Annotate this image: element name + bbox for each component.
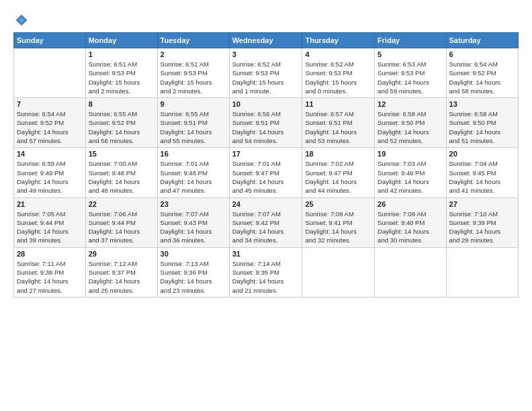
day-info: Sunrise: 6:54 AM Sunset: 9:52 PM Dayligh… — [17, 109, 83, 145]
day-cell: 21Sunrise: 7:05 AM Sunset: 9:44 PM Dayli… — [14, 197, 86, 247]
day-info: Sunrise: 7:01 AM Sunset: 9:47 PM Dayligh… — [232, 159, 300, 195]
day-number: 26 — [378, 200, 443, 208]
day-number: 19 — [378, 150, 443, 158]
weekday-header-friday: Friday — [375, 33, 446, 48]
page: SundayMondayTuesdayWednesdayThursdayFrid… — [0, 0, 532, 411]
day-info: Sunrise: 6:53 AM Sunset: 9:53 PM Dayligh… — [378, 60, 443, 95]
logo — [13, 12, 28, 27]
day-cell: 13Sunrise: 6:58 AM Sunset: 9:50 PM Dayli… — [446, 98, 518, 148]
day-number: 6 — [449, 50, 515, 58]
calendar: SundayMondayTuesdayWednesdayThursdayFrid… — [13, 32, 519, 298]
logo-icon — [15, 13, 28, 27]
day-number: 27 — [449, 200, 515, 208]
day-cell: 8Sunrise: 6:55 AM Sunset: 9:52 PM Daylig… — [85, 98, 157, 148]
day-info: Sunrise: 6:57 AM Sunset: 9:51 PM Dayligh… — [305, 109, 371, 145]
day-number: 16 — [161, 150, 226, 158]
day-number: 7 — [17, 100, 83, 108]
day-cell: 9Sunrise: 6:55 AM Sunset: 9:51 PM Daylig… — [157, 98, 229, 148]
day-number: 1 — [89, 50, 154, 58]
day-cell: 31Sunrise: 7:14 AM Sunset: 9:35 PM Dayli… — [229, 247, 302, 297]
day-cell: 11Sunrise: 6:57 AM Sunset: 9:51 PM Dayli… — [302, 98, 375, 148]
weekday-header-row: SundayMondayTuesdayWednesdayThursdayFrid… — [14, 33, 519, 48]
day-cell — [14, 48, 86, 98]
day-cell: 26Sunrise: 7:09 AM Sunset: 9:40 PM Dayli… — [375, 197, 446, 247]
day-cell: 17Sunrise: 7:01 AM Sunset: 9:47 PM Dayli… — [229, 148, 302, 197]
day-info: Sunrise: 6:51 AM Sunset: 9:53 PM Dayligh… — [161, 60, 226, 95]
day-info: Sunrise: 7:02 AM Sunset: 9:47 PM Dayligh… — [305, 159, 371, 195]
day-cell — [375, 247, 446, 297]
day-info: Sunrise: 6:55 AM Sunset: 9:51 PM Dayligh… — [161, 109, 226, 145]
day-number: 29 — [89, 250, 154, 258]
day-number: 30 — [161, 250, 226, 258]
day-number: 13 — [449, 100, 515, 108]
day-cell: 23Sunrise: 7:07 AM Sunset: 9:43 PM Dayli… — [157, 197, 229, 247]
day-cell: 1Sunrise: 6:51 AM Sunset: 9:53 PM Daylig… — [85, 48, 157, 98]
day-info: Sunrise: 7:00 AM Sunset: 9:48 PM Dayligh… — [89, 159, 154, 195]
weekday-header-saturday: Saturday — [446, 33, 518, 48]
day-info: Sunrise: 6:51 AM Sunset: 9:53 PM Dayligh… — [89, 60, 154, 95]
week-row-3: 14Sunrise: 6:59 AM Sunset: 9:49 PM Dayli… — [14, 148, 519, 197]
day-cell: 22Sunrise: 7:06 AM Sunset: 9:44 PM Dayli… — [85, 197, 157, 247]
day-info: Sunrise: 7:10 AM Sunset: 9:39 PM Dayligh… — [449, 210, 515, 245]
day-number: 25 — [305, 200, 371, 208]
day-number: 28 — [17, 250, 83, 258]
day-info: Sunrise: 6:56 AM Sunset: 9:51 PM Dayligh… — [232, 109, 300, 145]
day-info: Sunrise: 7:05 AM Sunset: 9:44 PM Dayligh… — [17, 210, 83, 245]
week-row-5: 28Sunrise: 7:11 AM Sunset: 9:38 PM Dayli… — [14, 247, 519, 297]
day-cell: 20Sunrise: 7:04 AM Sunset: 9:45 PM Dayli… — [446, 148, 518, 197]
day-info: Sunrise: 7:08 AM Sunset: 9:41 PM Dayligh… — [305, 210, 371, 245]
day-cell: 10Sunrise: 6:56 AM Sunset: 9:51 PM Dayli… — [229, 98, 302, 148]
day-cell: 14Sunrise: 6:59 AM Sunset: 9:49 PM Dayli… — [14, 148, 86, 197]
day-cell: 3Sunrise: 6:52 AM Sunset: 9:53 PM Daylig… — [229, 48, 302, 98]
day-info: Sunrise: 6:54 AM Sunset: 9:52 PM Dayligh… — [449, 60, 515, 95]
day-info: Sunrise: 7:13 AM Sunset: 9:36 PM Dayligh… — [161, 259, 226, 295]
weekday-header-thursday: Thursday — [302, 33, 375, 48]
week-row-2: 7Sunrise: 6:54 AM Sunset: 9:52 PM Daylig… — [14, 98, 519, 148]
day-info: Sunrise: 6:55 AM Sunset: 9:52 PM Dayligh… — [89, 109, 154, 145]
day-number: 22 — [89, 200, 154, 208]
day-number: 3 — [232, 50, 300, 58]
day-info: Sunrise: 6:52 AM Sunset: 9:53 PM Dayligh… — [305, 60, 371, 95]
day-number: 4 — [305, 50, 371, 58]
day-cell — [446, 247, 518, 297]
weekday-header-sunday: Sunday — [14, 33, 86, 48]
day-info: Sunrise: 7:11 AM Sunset: 9:38 PM Dayligh… — [17, 259, 83, 295]
day-cell: 2Sunrise: 6:51 AM Sunset: 9:53 PM Daylig… — [157, 48, 229, 98]
day-number: 23 — [161, 200, 226, 208]
day-number: 15 — [89, 150, 154, 158]
day-info: Sunrise: 7:12 AM Sunset: 9:37 PM Dayligh… — [89, 259, 154, 295]
day-cell: 18Sunrise: 7:02 AM Sunset: 9:47 PM Dayli… — [302, 148, 375, 197]
week-row-4: 21Sunrise: 7:05 AM Sunset: 9:44 PM Dayli… — [14, 197, 519, 247]
header — [13, 12, 519, 27]
day-number: 12 — [378, 100, 443, 108]
day-cell: 4Sunrise: 6:52 AM Sunset: 9:53 PM Daylig… — [302, 48, 375, 98]
day-number: 11 — [305, 100, 371, 108]
day-cell: 29Sunrise: 7:12 AM Sunset: 9:37 PM Dayli… — [85, 247, 157, 297]
day-info: Sunrise: 7:07 AM Sunset: 9:43 PM Dayligh… — [161, 210, 226, 245]
day-cell: 12Sunrise: 6:58 AM Sunset: 9:50 PM Dayli… — [375, 98, 446, 148]
day-info: Sunrise: 7:14 AM Sunset: 9:35 PM Dayligh… — [232, 259, 300, 295]
day-cell: 5Sunrise: 6:53 AM Sunset: 9:53 PM Daylig… — [375, 48, 446, 98]
day-info: Sunrise: 6:58 AM Sunset: 9:50 PM Dayligh… — [449, 109, 515, 145]
day-cell: 15Sunrise: 7:00 AM Sunset: 9:48 PM Dayli… — [85, 148, 157, 197]
day-info: Sunrise: 7:09 AM Sunset: 9:40 PM Dayligh… — [378, 210, 443, 245]
day-cell: 16Sunrise: 7:01 AM Sunset: 9:48 PM Dayli… — [157, 148, 229, 197]
day-cell: 28Sunrise: 7:11 AM Sunset: 9:38 PM Dayli… — [14, 247, 86, 297]
day-number: 18 — [305, 150, 371, 158]
day-info: Sunrise: 7:07 AM Sunset: 9:42 PM Dayligh… — [232, 210, 300, 245]
day-number: 17 — [232, 150, 300, 158]
day-info: Sunrise: 7:06 AM Sunset: 9:44 PM Dayligh… — [89, 210, 154, 245]
day-number: 14 — [17, 150, 83, 158]
day-info: Sunrise: 7:01 AM Sunset: 9:48 PM Dayligh… — [161, 159, 226, 195]
day-cell — [302, 247, 375, 297]
day-info: Sunrise: 6:59 AM Sunset: 9:49 PM Dayligh… — [17, 159, 83, 195]
day-number: 31 — [232, 250, 300, 258]
day-info: Sunrise: 7:04 AM Sunset: 9:45 PM Dayligh… — [449, 159, 515, 195]
day-number: 9 — [161, 100, 226, 108]
day-number: 5 — [378, 50, 443, 58]
weekday-header-monday: Monday — [85, 33, 157, 48]
weekday-header-tuesday: Tuesday — [157, 33, 229, 48]
day-cell: 19Sunrise: 7:03 AM Sunset: 9:46 PM Dayli… — [375, 148, 446, 197]
day-info: Sunrise: 6:58 AM Sunset: 9:50 PM Dayligh… — [378, 109, 443, 145]
day-number: 20 — [449, 150, 515, 158]
